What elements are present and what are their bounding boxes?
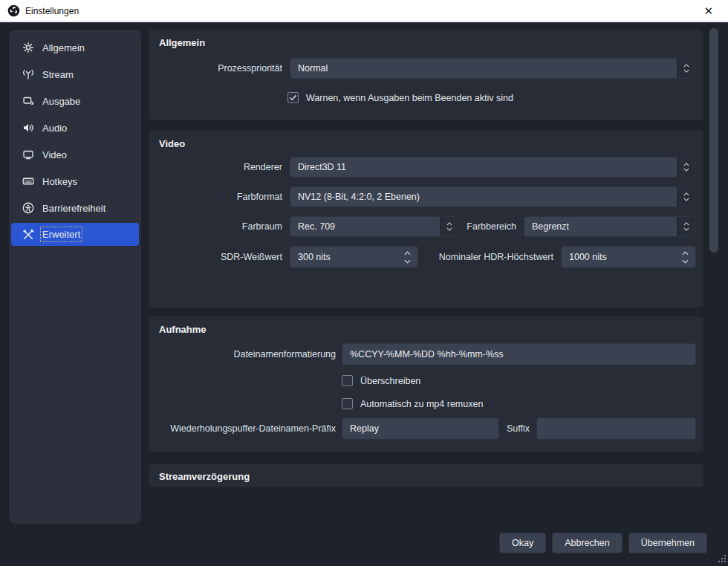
combobox-arrows-icon[interactable] <box>440 217 458 236</box>
farbformat-combobox[interactable]: NV12 (8-Bit, 4:2:0, 2 Ebenen) <box>290 186 696 207</box>
sidebar-item-audio[interactable]: Audio <box>11 114 139 141</box>
sidebar-item-video[interactable]: Video <box>11 141 139 168</box>
replay-praefix-input[interactable] <box>342 418 498 439</box>
combobox-value: NV12 (8-Bit, 4:2:0, 2 Ebenen) <box>290 192 677 202</box>
sidebar-item-label: Stream <box>42 69 74 80</box>
checkbox-label: Überschreiben <box>360 376 420 386</box>
sidebar-item-stream[interactable]: Stream <box>11 61 139 88</box>
output-icon <box>21 94 35 108</box>
close-icon[interactable]: ✕ <box>696 4 721 18</box>
prozessprioritaet-combobox[interactable]: Normal <box>290 58 696 79</box>
section-title: Aufnahme <box>159 324 207 335</box>
spinbox-value: 300 nits <box>290 252 398 262</box>
tools-icon <box>21 227 35 241</box>
keyboard-icon <box>21 175 35 189</box>
sidebar-item-label: Video <box>42 149 67 160</box>
scrollbar-thumb[interactable] <box>709 28 718 253</box>
hdr-hoechstwert-label: Nominaler HDR-Höchstwert <box>418 252 561 262</box>
abbrechen-button[interactable]: Abbrechen <box>552 533 622 553</box>
warn-on-exit-checkbox[interactable]: Warnen, wenn Ausgaben beim Beenden aktiv… <box>287 92 513 103</box>
sdr-weisswert-label: SDR-Weißwert <box>149 252 282 262</box>
dialog-footer: Okay Abbrechen Übernehmen <box>499 533 707 553</box>
sidebar-item-label: Allgemein <box>42 42 85 53</box>
section-video: Video Renderer Direct3D 11 Farbformat NV… <box>149 131 703 308</box>
combobox-value: Direct3D 11 <box>290 162 677 172</box>
remux-checkbox[interactable]: Automatisch zu mp4 remuxen <box>342 398 483 409</box>
farbraum-label: Farbraum <box>149 221 282 232</box>
farbbereich-combobox[interactable]: Begrenzt <box>524 216 696 237</box>
sidebar-item-ausgabe[interactable]: Ausgabe <box>11 88 139 114</box>
replay-praefix-label: Wiederholungspuffer-Dateinamen-Präfix <box>149 423 336 434</box>
combobox-arrows-icon[interactable] <box>677 59 695 78</box>
sidebar-item-label: Barrierefreiheit <box>42 203 105 214</box>
checkbox-label: Warnen, wenn Ausgaben beim Beenden aktiv… <box>306 93 513 103</box>
replay-praefix-input-wrap <box>342 417 499 440</box>
speaker-icon <box>21 121 35 135</box>
renderer-label: Renderer <box>149 162 282 172</box>
checkbox-unchecked-icon <box>342 398 353 409</box>
farbraum-combobox[interactable]: Rec. 709 <box>290 216 459 237</box>
settings-sidebar: Allgemein Stream Ausgabe Audio <box>9 30 141 524</box>
combobox-value: Rec. 709 <box>290 221 440 232</box>
sdr-weisswert-spinbox[interactable]: 300 nits <box>290 246 418 268</box>
resize-grip[interactable] <box>718 554 727 565</box>
combobox-value: Normal <box>290 63 677 74</box>
settings-content: Allgemein Prozesspriorität Normal Warnen… <box>149 30 703 550</box>
section-title: Allgemein <box>159 37 205 48</box>
combobox-value: Begrenzt <box>524 221 677 232</box>
hdr-hoechstwert-spinbox[interactable]: 1000 nits <box>561 246 696 268</box>
renderer-combobox[interactable]: Direct3D 11 <box>290 157 696 178</box>
section-allgemein: Allgemein Prozesspriorität Normal Warnen… <box>149 30 703 120</box>
section-aufnahme: Aufnahme Dateinamenformatierung Überschr… <box>149 316 703 452</box>
suffix-input[interactable] <box>537 418 695 439</box>
checkbox-checked-icon <box>287 92 299 103</box>
section-title: Video <box>159 138 185 149</box>
section-streamverzoegerung: Streamverzögerung <box>149 463 703 487</box>
sidebar-item-label: Hotkeys <box>42 176 77 187</box>
ueberschreiben-checkbox[interactable]: Überschreiben <box>342 375 420 386</box>
suffix-input-wrap <box>536 417 696 440</box>
dateinamenformatierung-label: Dateinamenformatierung <box>149 349 336 360</box>
spinbox-arrows-icon[interactable] <box>676 251 694 264</box>
farbformat-label: Farbformat <box>149 192 282 202</box>
sidebar-item-hotkeys[interactable]: Hotkeys <box>11 168 139 195</box>
sidebar-item-label: Erweitert <box>42 229 80 240</box>
okay-button[interactable]: Okay <box>499 533 546 553</box>
sidebar-item-label: Ausgabe <box>42 96 80 107</box>
titlebar[interactable]: Einstellungen ✕ <box>0 0 728 22</box>
sidebar-item-allgemein[interactable]: Allgemein <box>11 34 139 61</box>
suffix-label: Suffix <box>507 423 530 434</box>
gear-icon <box>21 41 35 55</box>
broadcast-icon <box>21 68 35 82</box>
spinbox-arrows-icon[interactable] <box>398 251 416 264</box>
checkbox-label: Automatisch zu mp4 remuxen <box>360 399 483 409</box>
dateinamenformatierung-input-wrap <box>342 343 696 365</box>
sidebar-item-barrierefreiheit[interactable]: Barrierefreiheit <box>11 195 139 221</box>
prozessprioritaet-label: Prozesspriorität <box>149 63 282 74</box>
farbbereich-label: Farbbereich <box>459 221 524 232</box>
section-title: Streamverzögerung <box>159 471 250 482</box>
spinbox-value: 1000 nits <box>562 252 676 262</box>
accessibility-icon <box>21 201 35 215</box>
combobox-arrows-icon[interactable] <box>677 187 695 206</box>
combobox-arrows-icon[interactable] <box>677 217 695 236</box>
scrollbar-track[interactable] <box>709 25 718 523</box>
obs-logo-icon <box>7 4 20 17</box>
combobox-arrows-icon[interactable] <box>677 157 695 177</box>
checkbox-unchecked-icon <box>342 375 353 386</box>
window-title: Einstellungen <box>25 6 696 16</box>
sidebar-item-label: Audio <box>42 123 67 134</box>
dateinamenformatierung-input[interactable] <box>342 344 695 365</box>
monitor-icon <box>21 148 35 162</box>
uebernehmen-button[interactable]: Übernehmen <box>628 533 707 553</box>
sidebar-item-erweitert[interactable]: Erweitert <box>11 223 139 246</box>
